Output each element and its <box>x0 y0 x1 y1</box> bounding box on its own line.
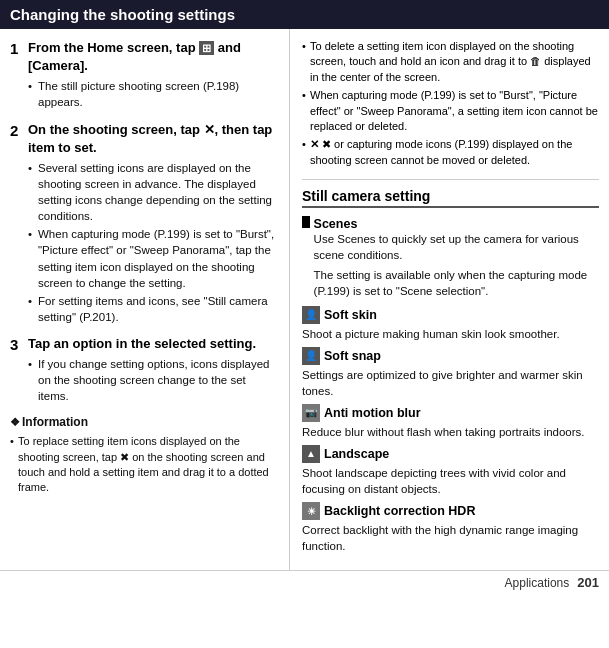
step-1: 1 From the Home screen, tap ⊞ From the H… <box>10 39 279 113</box>
step-2-bullet-3: For setting items and icons, see "Still … <box>28 293 279 325</box>
right-bullet-3: ✕ ✖ or capturing mode icons (P.199) disp… <box>302 137 599 168</box>
scene-item-backlight: ☀ Backlight correction HDR Correct backl… <box>302 502 599 554</box>
footer-section: Applications <box>505 576 570 590</box>
step-2: 2 On the shooting screen, tap ✕, then ta… <box>10 121 279 327</box>
info-bullet-1: To replace setting item icons displayed … <box>10 434 279 496</box>
anti-motion-heading: 📷 Anti motion blur <box>302 404 599 422</box>
step-1-bullet-1: The still picture shooting screen (P.198… <box>28 78 279 110</box>
header-title: Changing the shooting settings <box>10 6 235 23</box>
landscape-heading: ▲ Landscape <box>302 445 599 463</box>
still-camera-section: Still camera setting Scenes Use Scenes t… <box>302 188 599 554</box>
soft-skin-icon: 👤 <box>302 306 320 324</box>
right-bullet-1: To delete a setting item icon displayed … <box>302 39 599 85</box>
page-footer: Applications 201 <box>0 570 609 594</box>
soft-snap-icon: 👤 <box>302 347 320 365</box>
scenes-icon <box>302 216 310 228</box>
step-3: 3 Tap an option in the selected setting.… <box>10 335 279 406</box>
right-top-bullets: To delete a setting item icon displayed … <box>302 39 599 180</box>
scenes-heading: Scenes Use Scenes to quickly set up the … <box>314 216 599 303</box>
left-column: 1 From the Home screen, tap ⊞ From the H… <box>0 29 290 570</box>
right-bullet-2: When capturing mode (P.199) is set to "B… <box>302 88 599 134</box>
step-3-bullets: If you change setting options, icons dis… <box>28 356 279 404</box>
step-2-bullets: Several setting icons are displayed on t… <box>28 160 279 325</box>
step-3-title: Tap an option in the selected setting. <box>28 335 279 353</box>
step-1-content: From the Home screen, tap ⊞ From the Hom… <box>28 39 279 111</box>
step-2-bullet-1: Several setting icons are displayed on t… <box>28 160 279 224</box>
scene-item-anti-motion: 📷 Anti motion blur Reduce blur without f… <box>302 404 599 440</box>
main-content: 1 From the Home screen, tap ⊞ From the H… <box>0 29 609 570</box>
info-block: Information To replace setting item icon… <box>10 414 279 495</box>
step-3-number: 3 <box>10 336 28 353</box>
step-2-title: On the shooting screen, tap ✕, then tap … <box>28 121 279 157</box>
backlight-heading: ☀ Backlight correction HDR <box>302 502 599 520</box>
scene-item-soft-snap: 👤 Soft snap Settings are optimized to gi… <box>302 347 599 399</box>
info-title: Information <box>10 414 279 431</box>
step-3-bullet-1: If you change setting options, icons dis… <box>28 356 279 404</box>
scenes-row: Scenes Use Scenes to quickly set up the … <box>302 216 599 303</box>
footer-page: 201 <box>577 575 599 590</box>
scene-item-soft-skin: 👤 Soft skin Shoot a picture making human… <box>302 306 599 342</box>
soft-snap-heading: 👤 Soft snap <box>302 347 599 365</box>
right-column: To delete a setting item icon displayed … <box>290 29 609 570</box>
still-camera-title: Still camera setting <box>302 188 599 208</box>
page-header: Changing the shooting settings <box>0 0 609 29</box>
landscape-icon: ▲ <box>302 445 320 463</box>
step-3-content: Tap an option in the selected setting. I… <box>28 335 279 404</box>
scene-item-landscape: ▲ Landscape Shoot landscape depicting tr… <box>302 445 599 497</box>
step-2-content: On the shooting screen, tap ✕, then tap … <box>28 121 279 325</box>
soft-skin-heading: 👤 Soft skin <box>302 306 599 324</box>
anti-motion-icon: 📷 <box>302 404 320 422</box>
step-1-bullets: The still picture shooting screen (P.198… <box>28 78 279 110</box>
step-1-title: From the Home screen, tap ⊞ From the Hom… <box>28 39 279 75</box>
step-2-number: 2 <box>10 122 28 139</box>
step-1-number: 1 <box>10 40 28 57</box>
backlight-icon: ☀ <box>302 502 320 520</box>
step-2-bullet-2: When capturing mode (P.199) is set to "B… <box>28 226 279 290</box>
